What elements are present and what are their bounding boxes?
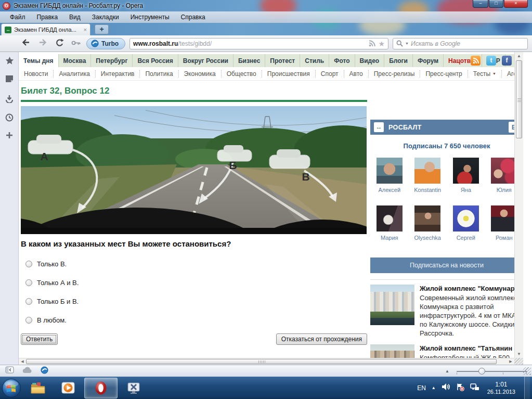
- site-nav-tab[interactable]: Фото: [329, 54, 355, 67]
- subscriber-name[interactable]: Olysechka: [409, 235, 447, 241]
- answer-option[interactable]: Только А и В.: [21, 273, 367, 292]
- answer-button[interactable]: Ответить: [21, 333, 58, 345]
- history-clock-icon[interactable]: [5, 113, 14, 124]
- horizontal-scrollbar[interactable]: ◀ ▶: [19, 358, 514, 365]
- answer-option[interactable]: В любом.: [21, 311, 367, 329]
- reload-button[interactable]: [51, 38, 68, 49]
- downloads-icon[interactable]: [5, 95, 14, 105]
- minimize-button[interactable]: –: [473, 0, 488, 8]
- ad-title[interactable]: Жилой комплекс "Коммунарка": [420, 285, 523, 292]
- subscriber[interactable]: Сергей: [447, 205, 485, 241]
- turbo-status-icon[interactable]: [41, 366, 48, 376]
- start-button[interactable]: [1, 378, 22, 398]
- taskbar-app-button[interactable]: [120, 378, 148, 398]
- vertical-scroll-thumb[interactable]: [516, 60, 522, 138]
- radio-button-icon[interactable]: [25, 298, 32, 305]
- scroll-up-icon[interactable]: ▲: [515, 54, 523, 58]
- network-icon[interactable]: [470, 383, 479, 393]
- turbo-button[interactable]: Turbo: [86, 38, 125, 49]
- site-nav-tab[interactable]: Форум: [413, 54, 444, 67]
- action-center-flag-icon[interactable]: [456, 383, 464, 393]
- site-nav-link[interactable]: Тесты: [468, 70, 502, 78]
- site-nav-tab[interactable]: Петербург: [91, 54, 133, 67]
- menu-item[interactable]: Инструменты: [125, 12, 175, 22]
- menu-item[interactable]: Справка: [175, 12, 211, 22]
- notes-icon[interactable]: [5, 75, 14, 85]
- toggle-panels-button[interactable]: [5, 366, 14, 376]
- rss-feed-icon[interactable]: [369, 40, 375, 47]
- site-nav-link[interactable]: Экономика: [179, 70, 222, 78]
- decline-test-button[interactable]: Отказаться от прохождения: [276, 333, 367, 345]
- site-nav-link[interactable]: Пресс-центр: [420, 70, 468, 78]
- taskbar-clock[interactable]: 1:01 26.11.2013: [487, 381, 515, 395]
- site-nav-link[interactable]: Происшествия: [262, 70, 316, 78]
- vertical-scrollbar[interactable]: ▲ ▼: [514, 52, 523, 358]
- vk-group-name[interactable]: РОСБАЛТ: [388, 124, 422, 131]
- search-engine-caret-icon[interactable]: ▼: [405, 42, 409, 45]
- site-nav-link[interactable]: Новости: [19, 70, 54, 78]
- site-nav-link[interactable]: Политика: [140, 70, 178, 78]
- facebook-icon[interactable]: f: [502, 56, 512, 66]
- close-button[interactable]: ×: [504, 0, 528, 8]
- site-nav-tab[interactable]: Вокруг России: [178, 54, 233, 67]
- subscriber-name[interactable]: Алексей: [370, 187, 409, 193]
- subscriber-name[interactable]: Мария: [370, 235, 409, 241]
- maximize-button[interactable]: □: [489, 0, 503, 8]
- menu-item[interactable]: Закладки: [86, 12, 125, 22]
- taskbar-opera-button[interactable]: [84, 378, 118, 398]
- site-nav-link[interactable]: Авто: [344, 70, 369, 78]
- site-nav-tab[interactable]: Стиль: [300, 54, 329, 67]
- radio-button-icon[interactable]: [25, 279, 32, 286]
- forward-button[interactable]: [34, 38, 51, 48]
- subscriber[interactable]: Мария: [370, 205, 409, 241]
- site-nav-tab[interactable]: Видео: [355, 54, 385, 67]
- scroll-right-icon[interactable]: ▶: [507, 358, 514, 365]
- answer-option[interactable]: Только Б и В.: [21, 292, 367, 311]
- site-nav-tab[interactable]: Бизнес: [233, 54, 265, 67]
- browser-tab[interactable]: ↔ Экзамен ГИБДД онла... ×: [1, 23, 90, 35]
- avatar[interactable]: [377, 205, 403, 231]
- horizontal-scroll-thumb[interactable]: [26, 359, 497, 364]
- address-bar[interactable]: www.rosbalt.ru/tests/gibdd/ ★: [129, 38, 388, 49]
- subscriber[interactable]: Алексей: [370, 158, 409, 193]
- zoom-menu-icon[interactable]: ▲: [445, 369, 449, 374]
- menu-item[interactable]: Вид: [63, 12, 86, 22]
- avatar[interactable]: [453, 158, 479, 184]
- ad-image[interactable]: [370, 285, 414, 325]
- ad-title[interactable]: Жилой комплекс "Татьянин Парк": [420, 344, 523, 352]
- language-indicator[interactable]: EN: [417, 384, 426, 392]
- site-nav-link[interactable]: Пресс-релизы: [369, 70, 421, 78]
- avatar[interactable]: [491, 205, 517, 231]
- resize-grip[interactable]: [523, 367, 531, 375]
- taskbar-media-player-button[interactable]: [54, 378, 82, 398]
- menu-item[interactable]: Правка: [31, 12, 64, 22]
- subscriber-name[interactable]: Сергей: [447, 235, 485, 241]
- bookmark-star-icon[interactable]: ★: [379, 40, 385, 47]
- site-nav-link[interactable]: Интерактив: [96, 70, 140, 78]
- back-button[interactable]: [18, 38, 34, 48]
- radio-button-icon[interactable]: [25, 261, 32, 267]
- password-key-icon[interactable]: [68, 39, 84, 48]
- opera-link-cloud-icon[interactable]: [22, 366, 32, 376]
- add-panel-icon[interactable]: [5, 131, 14, 141]
- site-nav-link[interactable]: Аналитика: [54, 70, 95, 78]
- site-nav-tab[interactable]: Протест: [265, 54, 300, 67]
- answer-option[interactable]: Только В.: [21, 254, 367, 273]
- subscribe-button[interactable]: Подписаться на новости: [370, 258, 523, 273]
- menu-item[interactable]: Файл: [4, 12, 31, 22]
- scroll-down-icon[interactable]: ▼: [515, 352, 523, 356]
- site-nav-tab[interactable]: Темы дня: [19, 54, 59, 67]
- tab-close-icon[interactable]: ×: [84, 27, 87, 33]
- ad-item[interactable]: Жилой комплекс "Коммунарка" Современный …: [370, 285, 523, 338]
- new-tab-button[interactable]: +: [95, 24, 109, 34]
- rss-icon[interactable]: [471, 56, 481, 66]
- site-nav-tab[interactable]: Москва: [59, 54, 92, 67]
- bookmarks-star-icon[interactable]: [5, 56, 14, 67]
- site-nav-tab[interactable]: Блоги: [384, 54, 413, 67]
- site-nav-tab[interactable]: Вся Россия: [133, 54, 178, 67]
- scroll-left-icon[interactable]: ◀: [19, 358, 26, 365]
- subscriber[interactable]: Яна: [447, 158, 485, 193]
- site-nav-link[interactable]: Общество: [222, 70, 262, 78]
- taskbar-explorer-button[interactable]: [24, 378, 52, 398]
- avatar[interactable]: [414, 158, 440, 184]
